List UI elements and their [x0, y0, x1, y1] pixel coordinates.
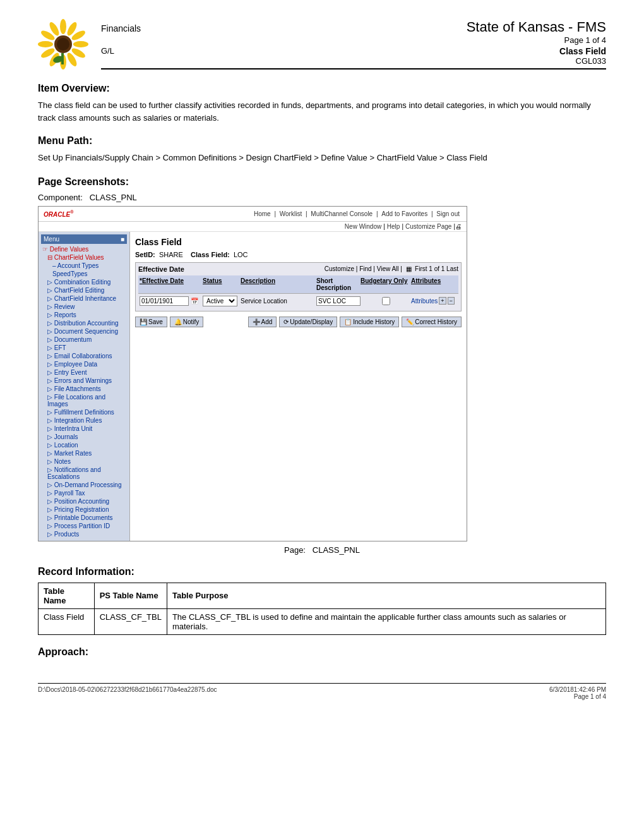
notify-button[interactable]: 🔔 Notify: [170, 317, 204, 327]
history-icon: 📋: [344, 318, 352, 325]
page-caption: Page: CLASS_PNL: [38, 545, 606, 555]
approach-title: Approach:: [38, 646, 606, 658]
home-link[interactable]: Home: [254, 210, 271, 217]
sidebar-item-notifications[interactable]: ▷ Notifications and Escalations: [41, 466, 127, 481]
status-select[interactable]: Active Inactive: [203, 296, 237, 306]
screenshot-container: ORACLE® Home | Worklist | MultiChannel C…: [38, 206, 467, 541]
sign-out-link[interactable]: Sign out: [436, 210, 460, 217]
sidebar-item-notes[interactable]: ▷ Notes: [41, 457, 127, 466]
add-favorites-link[interactable]: Add to Favorites: [381, 210, 427, 217]
setid-row: SetID: SHARE Class Field: LOC: [135, 251, 462, 258]
update-icon: ⟳: [283, 318, 289, 325]
sidebar-item-interintra[interactable]: ▷ InterIntra Unit: [41, 425, 127, 433]
eff-date-title: Effective Date: [138, 265, 184, 273]
add-row-icon[interactable]: +: [439, 297, 446, 305]
sidebar-item-position[interactable]: ▷ Position Accounting: [41, 497, 127, 505]
setid-value: SHARE: [159, 251, 183, 258]
page-header: Financials State of Kansas - FMS Page 1 …: [38, 19, 606, 71]
sidebar-item-chartfield-values[interactable]: ⊟ ChartField Values: [41, 253, 127, 262]
svg-point-9: [38, 41, 53, 47]
sidebar-item-on-demand[interactable]: ▷ On-Demand Processing: [41, 481, 127, 489]
item-overview-body: The class field can be used to further c…: [38, 99, 606, 124]
sidebar-item-eft[interactable]: ▷ EFT: [41, 344, 127, 352]
sidebar-item-employee[interactable]: ▷ Employee Data: [41, 360, 127, 368]
sidebar-item-entry-event[interactable]: ▷ Entry Event: [41, 368, 127, 377]
customize-text: Customize | Find | View All |: [325, 265, 402, 272]
effdate-input[interactable]: [140, 296, 189, 306]
multichannel-link[interactable]: MultiChannel Console: [311, 210, 373, 217]
add-icon: ➕: [253, 318, 260, 325]
col-header-status: Status: [203, 277, 241, 291]
sidebar-item-journals[interactable]: ▷ Journals: [41, 433, 127, 441]
sidebar-toggle-icon[interactable]: ■: [121, 236, 124, 243]
sunflower-logo: [38, 19, 88, 70]
sidebar-item-chartfield-editing[interactable]: ▷ ChartField Editing: [41, 286, 127, 294]
customize-page-link[interactable]: Customize Page: [405, 223, 451, 230]
sidebar-item-file-attach[interactable]: ▷ File Attachments: [41, 385, 127, 393]
main-content-area: Menu ■ ☞ Define Values ⊟ ChartField Valu…: [39, 232, 467, 541]
content-pane-title: Class Field: [135, 237, 462, 247]
sidebar-item-location[interactable]: ▷ Location: [41, 441, 127, 449]
new-window-link[interactable]: New Window: [345, 223, 381, 230]
sidebar-item-printable[interactable]: ▷ Printable Documents: [41, 514, 127, 522]
header-right: Financials State of Kansas - FMS Page 1 …: [101, 19, 606, 70]
printer-icon: 🖨: [455, 223, 462, 230]
include-history-button[interactable]: 📋 Include History: [340, 317, 399, 327]
content-pane: Class Field SetID: SHARE Class Field: LO…: [130, 232, 467, 541]
correct-history-button[interactable]: ✏️ Correct History: [402, 317, 462, 327]
item-overview-title: Item Overview:: [38, 83, 606, 94]
sidebar: Menu ■ ☞ Define Values ⊟ ChartField Valu…: [39, 232, 130, 541]
sidebar-item-documentum[interactable]: ▷ Documentum: [41, 335, 127, 344]
sidebar-item-review[interactable]: ▷ Review: [41, 303, 127, 311]
sidebar-item-pricing[interactable]: ▷ Pricing Registration: [41, 505, 127, 514]
cell-effdate[interactable]: 📅: [140, 296, 203, 306]
sidebar-item-define-values[interactable]: ☞ Define Values: [41, 245, 127, 253]
record-information-title: Record Information:: [38, 566, 606, 577]
cell-status[interactable]: Active Inactive: [203, 296, 241, 306]
sidebar-item-products[interactable]: ▷ Products: [41, 530, 127, 538]
sidebar-item-email[interactable]: ▷ Email Collaborations: [41, 352, 127, 360]
logo-area: [38, 19, 101, 71]
sidebar-item-fulfillment[interactable]: ▷ Fulfillment Definitions: [41, 408, 127, 416]
oracle-header: ORACLE® Home | Worklist | MultiChannel C…: [39, 207, 467, 222]
attributes-link[interactable]: Attributes: [411, 298, 438, 305]
sidebar-item-process-partition[interactable]: ▷ Process Partition ID: [41, 522, 127, 530]
save-button[interactable]: 💾 Save: [135, 317, 167, 327]
col-header-effdate: *Effective Date: [140, 277, 203, 291]
col-header-attributes: Attributes: [411, 277, 455, 291]
update-display-button[interactable]: ⟳ Update/Display: [279, 317, 337, 327]
footer-filepath: D:\Docs\2018-05-02\06272233f2f68d21b6617…: [38, 686, 217, 700]
budgetary-checkbox[interactable]: [382, 297, 390, 305]
sidebar-item-errors[interactable]: ▷ Errors and Warnings: [41, 377, 127, 385]
add-button[interactable]: ➕ Add: [248, 317, 277, 327]
worklist-link[interactable]: Worklist: [280, 210, 302, 217]
cell-budgetary[interactable]: [361, 297, 411, 305]
table-header-row: *Effective Date Status Description Short…: [138, 275, 458, 294]
eff-date-header: Effective Date Customize | Find | View A…: [138, 265, 458, 273]
sidebar-item-combination-editing[interactable]: ▷ Combination Editing: [41, 278, 127, 286]
sidebar-item-market-rates[interactable]: ▷ Market Rates: [41, 449, 127, 457]
cell-attributes: Attributes + −: [411, 297, 455, 305]
col-header-budgetary: Budgetary Only: [361, 277, 411, 291]
menu-path-text: Set Up Financials/Supply Chain > Common …: [38, 152, 606, 165]
sidebar-item-doc-sequencing[interactable]: ▷ Document Sequencing: [41, 327, 127, 335]
cell-table-purpose: The CLASS_CF_TBL is used to define and m…: [167, 608, 605, 634]
remove-row-icon[interactable]: −: [448, 297, 455, 305]
correct-icon: ✏️: [406, 318, 414, 325]
sidebar-item-file-locations[interactable]: ▷ File Locations and Images: [41, 393, 127, 408]
calendar-icon[interactable]: 📅: [191, 298, 198, 305]
sidebar-item-distribution[interactable]: ▷ Distribution Accounting: [41, 319, 127, 327]
col-header-ps-table-name: PS Table Name: [94, 583, 167, 608]
financials-label: Financials: [101, 23, 141, 33]
col-header-table-purpose: Table Purpose: [167, 583, 605, 608]
col-header-table-name: Table Name: [39, 583, 95, 608]
cgl-number: CGL033: [559, 56, 606, 66]
sidebar-item-speedtypes[interactable]: SpeedTypes: [41, 270, 127, 278]
sidebar-item-payroll-tax[interactable]: ▷ Payroll Tax: [41, 489, 127, 497]
sidebar-item-account-types[interactable]: – Account Types: [41, 262, 127, 270]
help-link[interactable]: Help: [387, 223, 400, 230]
page-screenshots-title: Page Screenshots:: [38, 176, 606, 188]
sidebar-item-chartfield-inheritance[interactable]: ▷ ChartField Inheritance: [41, 294, 127, 303]
sidebar-item-reports[interactable]: ▷ Reports: [41, 311, 127, 319]
sidebar-item-integration[interactable]: ▷ Integration Rules: [41, 416, 127, 425]
